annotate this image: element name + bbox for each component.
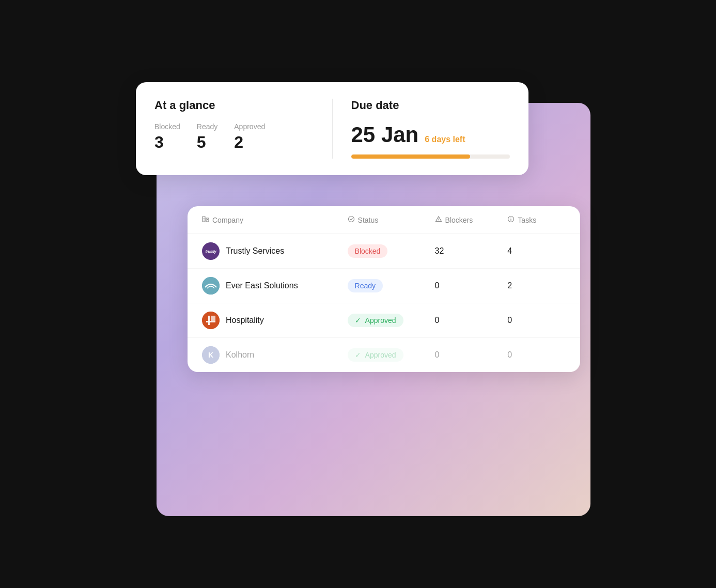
blockers-cell: 32: [435, 246, 508, 256]
blockers-col-label: Blockers: [445, 216, 473, 224]
stat-value: 5: [197, 133, 217, 152]
stat-value: 2: [234, 133, 265, 152]
svg-rect-14: [206, 321, 215, 322]
status-badge: ✓Approved: [348, 348, 403, 362]
svg-rect-13: [208, 316, 210, 325]
company-col-label: Company: [212, 216, 243, 224]
status-cell: Ready: [348, 279, 435, 292]
tasks-cell: 4: [507, 246, 566, 256]
blockers-cell: 0: [435, 316, 508, 325]
blockers-cell: 0: [435, 281, 508, 290]
status-cell: ✓Approved: [348, 348, 435, 362]
stat-label: Approved: [234, 122, 265, 131]
stats-row: Blocked 3 Ready 5 Approved 2: [154, 122, 314, 152]
svg-point-7: [438, 221, 439, 221]
svg-rect-2: [204, 218, 205, 219]
status-cell: ✓Approved: [348, 314, 435, 327]
company-name: Hospitality: [226, 316, 264, 325]
tasks-col-label: Tasks: [518, 216, 536, 224]
svg-rect-0: [203, 216, 205, 222]
progress-bar-bg: [351, 154, 510, 159]
svg-rect-3: [204, 220, 205, 221]
tasks-cell: 2: [507, 281, 566, 290]
company-cell: trustly Trustly Services: [202, 242, 348, 260]
table-row[interactable]: Ever East Solutions Ready 0 2: [188, 269, 580, 303]
status-badge: ✓Approved: [348, 314, 403, 327]
due-date-title: Due date: [351, 99, 510, 112]
status-cell: Blocked: [348, 244, 435, 258]
company-table: Company Status Blockers Tasks: [188, 206, 580, 372]
company-name: Trustly Services: [226, 246, 284, 256]
info-icon: [507, 215, 515, 224]
table-row[interactable]: Hospitality ✓Approved 0 0: [188, 303, 580, 338]
glance-section: At a glance Blocked 3 Ready 5 Approved 2: [154, 99, 333, 159]
company-name: Kolhorn: [226, 350, 254, 360]
blockers-cell: 0: [435, 350, 508, 360]
main-scene: At a glance Blocked 3 Ready 5 Approved 2…: [126, 72, 590, 516]
svg-point-5: [348, 216, 354, 222]
column-header-blockers: Blockers: [435, 215, 508, 224]
tasks-cell: 0: [507, 316, 566, 325]
check-circle-icon: [348, 215, 355, 224]
due-date-display: 25 Jan 6 days left: [351, 122, 510, 147]
status-col-label: Status: [358, 216, 379, 224]
company-name: Ever East Solutions: [226, 281, 298, 290]
company-cell: Ever East Solutions: [202, 277, 348, 295]
stat-label: Ready: [197, 122, 217, 131]
warning-icon: [435, 215, 442, 224]
stat-item-blocked: Blocked 3: [154, 122, 180, 152]
table-row[interactable]: trustly Trustly Services Blocked 32 4: [188, 234, 580, 269]
table-body: trustly Trustly Services Blocked 32 4 Ev…: [188, 234, 580, 372]
stat-label: Blocked: [154, 122, 180, 131]
svg-point-11: [202, 277, 220, 295]
column-header-tasks: Tasks: [507, 215, 566, 224]
status-badge: Blocked: [348, 244, 388, 258]
tasks-cell: 0: [507, 350, 566, 360]
building-icon: [202, 215, 209, 224]
svg-rect-15: [211, 316, 215, 321]
due-date-section: Due date 25 Jan 6 days left: [333, 99, 510, 159]
summary-card: At a glance Blocked 3 Ready 5 Approved 2…: [136, 82, 528, 175]
stat-value: 3: [154, 133, 180, 152]
svg-point-10: [511, 218, 511, 218]
stat-item-approved: Approved 2: [234, 122, 265, 152]
glance-title: At a glance: [154, 99, 314, 112]
days-left-badge: 6 days left: [425, 135, 465, 144]
status-badge: Ready: [348, 279, 383, 292]
column-header-company: Company: [202, 215, 348, 224]
company-cell: K Kolhorn: [202, 346, 348, 364]
due-date-value: 25 Jan: [351, 122, 419, 147]
svg-text:K: K: [208, 351, 213, 359]
stat-item-ready: Ready 5: [197, 122, 217, 152]
company-cell: Hospitality: [202, 312, 348, 329]
column-header-status: Status: [348, 215, 435, 224]
table-header-row: Company Status Blockers Tasks: [188, 206, 580, 234]
svg-rect-4: [207, 219, 208, 220]
table-row[interactable]: K Kolhorn ✓Approved 0 0: [188, 338, 580, 372]
progress-bar-fill: [351, 154, 471, 159]
